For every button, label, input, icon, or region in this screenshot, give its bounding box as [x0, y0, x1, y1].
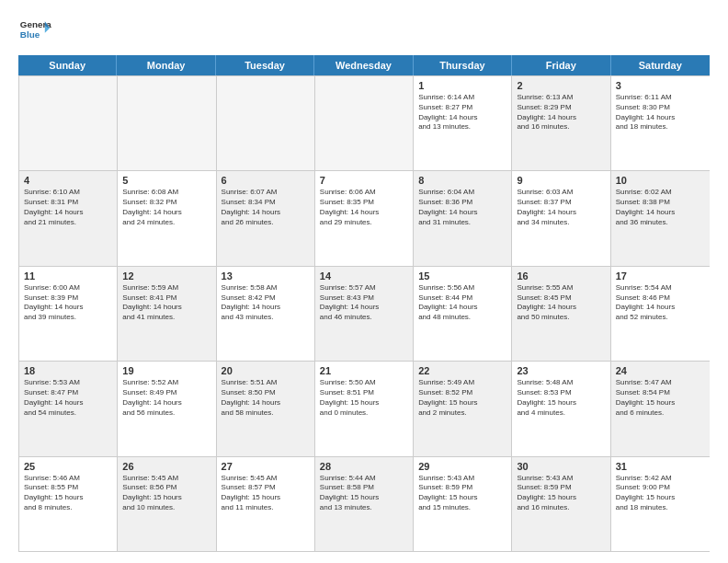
- svg-text:Blue: Blue: [20, 29, 40, 40]
- calendar-cell: 26Sunrise: 5:45 AM Sunset: 8:56 PM Dayli…: [118, 457, 216, 551]
- day-number: 17: [616, 270, 705, 282]
- day-number: 3: [616, 80, 705, 91]
- day-number: 13: [222, 270, 310, 282]
- calendar-cell: 10Sunrise: 6:02 AM Sunset: 8:38 PM Dayli…: [611, 171, 710, 265]
- cell-info: Sunrise: 5:46 AM Sunset: 8:55 PM Dayligh…: [24, 474, 112, 513]
- calendar-cell: 4Sunrise: 6:10 AM Sunset: 8:31 PM Daylig…: [19, 171, 118, 265]
- calendar-header: SundayMondayTuesdayWednesdayThursdayFrid…: [18, 55, 710, 75]
- logo: General Blue: [18, 15, 51, 48]
- calendar-cell: [217, 76, 315, 170]
- calendar-week: 25Sunrise: 5:46 AM Sunset: 8:55 PM Dayli…: [19, 456, 710, 551]
- calendar-cell: 7Sunrise: 6:06 AM Sunset: 8:35 PM Daylig…: [315, 171, 414, 265]
- day-number: 4: [24, 175, 112, 186]
- cell-info: Sunrise: 5:43 AM Sunset: 8:59 PM Dayligh…: [517, 474, 605, 513]
- calendar-cell: 16Sunrise: 5:55 AM Sunset: 8:45 PM Dayli…: [512, 267, 610, 361]
- cell-info: Sunrise: 5:53 AM Sunset: 8:47 PM Dayligh…: [24, 378, 112, 418]
- calendar-cell: [118, 76, 216, 170]
- calendar-cell: 31Sunrise: 5:42 AM Sunset: 9:00 PM Dayli…: [611, 457, 710, 551]
- calendar-cell: 28Sunrise: 5:44 AM Sunset: 8:58 PM Dayli…: [315, 457, 414, 551]
- cell-info: Sunrise: 5:57 AM Sunset: 8:43 PM Dayligh…: [320, 283, 408, 323]
- cell-info: Sunrise: 6:02 AM Sunset: 8:38 PM Dayligh…: [616, 188, 705, 227]
- calendar-cell: 12Sunrise: 5:59 AM Sunset: 8:41 PM Dayli…: [118, 267, 216, 361]
- calendar-cell: 3Sunrise: 6:11 AM Sunset: 8:30 PM Daylig…: [611, 76, 710, 170]
- cell-info: Sunrise: 6:10 AM Sunset: 8:31 PM Dayligh…: [24, 188, 112, 227]
- calendar-cell: 25Sunrise: 5:46 AM Sunset: 8:55 PM Dayli…: [19, 457, 118, 551]
- calendar-header-cell: Friday: [512, 55, 610, 75]
- calendar-header-cell: Monday: [117, 55, 215, 75]
- cell-info: Sunrise: 5:44 AM Sunset: 8:58 PM Dayligh…: [320, 474, 408, 513]
- page: General Blue SundayMondayTuesdayWednesda…: [0, 0, 728, 563]
- day-number: 22: [418, 365, 506, 376]
- cell-info: Sunrise: 5:52 AM Sunset: 8:49 PM Dayligh…: [122, 378, 210, 418]
- calendar-cell: 9Sunrise: 6:03 AM Sunset: 8:37 PM Daylig…: [512, 171, 610, 265]
- calendar-cell: 17Sunrise: 5:54 AM Sunset: 8:46 PM Dayli…: [611, 267, 710, 361]
- day-number: 14: [320, 270, 408, 282]
- calendar-cell: 29Sunrise: 5:43 AM Sunset: 8:59 PM Dayli…: [414, 457, 512, 551]
- day-number: 2: [517, 80, 605, 91]
- cell-info: Sunrise: 6:13 AM Sunset: 8:29 PM Dayligh…: [517, 93, 605, 132]
- day-number: 31: [616, 461, 705, 472]
- calendar-week: 18Sunrise: 5:53 AM Sunset: 8:47 PM Dayli…: [19, 361, 710, 455]
- day-number: 15: [418, 270, 506, 282]
- calendar-header-cell: Thursday: [414, 55, 512, 75]
- cell-info: Sunrise: 6:03 AM Sunset: 8:37 PM Dayligh…: [517, 188, 605, 227]
- cell-info: Sunrise: 5:51 AM Sunset: 8:50 PM Dayligh…: [222, 378, 310, 418]
- calendar-week: 4Sunrise: 6:10 AM Sunset: 8:31 PM Daylig…: [19, 170, 710, 265]
- day-number: 6: [222, 175, 310, 186]
- cell-info: Sunrise: 5:47 AM Sunset: 8:54 PM Dayligh…: [616, 378, 705, 418]
- day-number: 11: [24, 270, 112, 282]
- day-number: 28: [320, 461, 408, 472]
- day-number: 8: [418, 175, 506, 186]
- day-number: 10: [616, 175, 705, 186]
- calendar-cell: 8Sunrise: 6:04 AM Sunset: 8:36 PM Daylig…: [414, 171, 512, 265]
- cell-info: Sunrise: 5:45 AM Sunset: 8:56 PM Dayligh…: [122, 474, 210, 513]
- day-number: 24: [616, 365, 705, 376]
- cell-info: Sunrise: 5:50 AM Sunset: 8:51 PM Dayligh…: [320, 378, 408, 418]
- day-number: 20: [222, 365, 310, 376]
- cell-info: Sunrise: 6:11 AM Sunset: 8:30 PM Dayligh…: [616, 93, 705, 132]
- day-number: 25: [24, 461, 112, 472]
- cell-info: Sunrise: 6:07 AM Sunset: 8:34 PM Dayligh…: [222, 188, 310, 227]
- calendar-cell: 18Sunrise: 5:53 AM Sunset: 8:47 PM Dayli…: [19, 362, 118, 455]
- cell-info: Sunrise: 5:55 AM Sunset: 8:45 PM Dayligh…: [517, 283, 605, 323]
- cell-info: Sunrise: 5:48 AM Sunset: 8:53 PM Dayligh…: [517, 378, 605, 418]
- calendar-cell: 6Sunrise: 6:07 AM Sunset: 8:34 PM Daylig…: [217, 171, 315, 265]
- calendar-cell: 5Sunrise: 6:08 AM Sunset: 8:32 PM Daylig…: [118, 171, 216, 265]
- calendar-cell: 24Sunrise: 5:47 AM Sunset: 8:54 PM Dayli…: [611, 362, 710, 455]
- calendar-cell: 21Sunrise: 5:50 AM Sunset: 8:51 PM Dayli…: [315, 362, 414, 455]
- calendar-cell: 23Sunrise: 5:48 AM Sunset: 8:53 PM Dayli…: [512, 362, 610, 455]
- calendar-header-cell: Sunday: [18, 55, 117, 75]
- calendar-cell: 2Sunrise: 6:13 AM Sunset: 8:29 PM Daylig…: [512, 76, 610, 170]
- calendar-cell: 27Sunrise: 5:45 AM Sunset: 8:57 PM Dayli…: [217, 457, 315, 551]
- day-number: 18: [24, 365, 112, 376]
- day-number: 26: [122, 461, 210, 472]
- calendar-cell: 11Sunrise: 6:00 AM Sunset: 8:39 PM Dayli…: [19, 267, 118, 361]
- cell-info: Sunrise: 5:45 AM Sunset: 8:57 PM Dayligh…: [222, 474, 310, 513]
- calendar-cell: 19Sunrise: 5:52 AM Sunset: 8:49 PM Dayli…: [118, 362, 216, 455]
- day-number: 23: [517, 365, 605, 376]
- calendar-header-cell: Wednesday: [314, 55, 413, 75]
- cell-info: Sunrise: 5:56 AM Sunset: 8:44 PM Dayligh…: [418, 283, 506, 323]
- cell-info: Sunrise: 6:04 AM Sunset: 8:36 PM Dayligh…: [418, 188, 506, 227]
- cell-info: Sunrise: 5:43 AM Sunset: 8:59 PM Dayligh…: [418, 474, 506, 513]
- day-number: 7: [320, 175, 408, 186]
- day-number: 5: [122, 175, 210, 186]
- day-number: 19: [122, 365, 210, 376]
- day-number: 16: [517, 270, 605, 282]
- calendar-cell: 20Sunrise: 5:51 AM Sunset: 8:50 PM Dayli…: [217, 362, 315, 455]
- calendar-cell: 13Sunrise: 5:58 AM Sunset: 8:42 PM Dayli…: [217, 267, 315, 361]
- calendar-week: 1Sunrise: 6:14 AM Sunset: 8:27 PM Daylig…: [19, 75, 710, 170]
- calendar-week: 11Sunrise: 6:00 AM Sunset: 8:39 PM Dayli…: [19, 266, 710, 361]
- calendar-cell: 22Sunrise: 5:49 AM Sunset: 8:52 PM Dayli…: [414, 362, 512, 455]
- calendar-header-cell: Tuesday: [216, 55, 314, 75]
- day-number: 30: [517, 461, 605, 472]
- logo-icon: General Blue: [18, 15, 51, 48]
- day-number: 9: [517, 175, 605, 186]
- calendar-body: 1Sunrise: 6:14 AM Sunset: 8:27 PM Daylig…: [18, 75, 710, 552]
- cell-info: Sunrise: 5:42 AM Sunset: 9:00 PM Dayligh…: [616, 474, 705, 513]
- calendar-cell: [315, 76, 414, 170]
- calendar-cell: 14Sunrise: 5:57 AM Sunset: 8:43 PM Dayli…: [315, 267, 414, 361]
- cell-info: Sunrise: 5:59 AM Sunset: 8:41 PM Dayligh…: [122, 283, 210, 323]
- day-number: 29: [418, 461, 506, 472]
- cell-info: Sunrise: 6:14 AM Sunset: 8:27 PM Dayligh…: [418, 93, 506, 132]
